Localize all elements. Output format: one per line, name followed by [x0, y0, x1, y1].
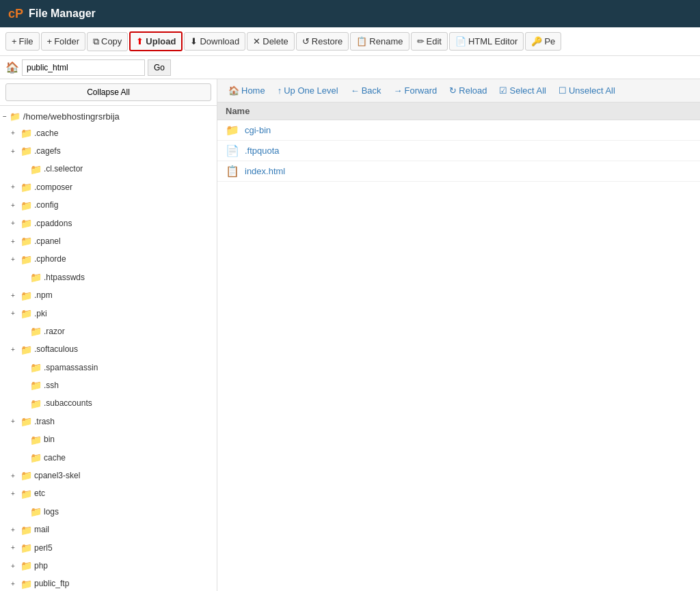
sidebar-item-spamassassin[interactable]: 📁 .spamassassin: [0, 359, 217, 376]
home-nav-button[interactable]: 🏠 Home: [223, 83, 271, 98]
up-one-level-button[interactable]: ↑ Up One Level: [272, 83, 344, 98]
toggle-icon: +: [11, 542, 21, 553]
content-navbar: 🏠 Home ↑ Up One Level ← Back → Forward ↻: [217, 79, 700, 102]
rename-button[interactable]: 📋 Rename: [350, 32, 409, 51]
sidebar-item-etc[interactable]: + 📁 etc: [0, 485, 217, 503]
delete-button[interactable]: ✕ Delete: [247, 32, 295, 51]
sidebar-item-pki[interactable]: + 📁 .pki: [0, 305, 217, 322]
item-label: .config: [34, 199, 58, 212]
sidebar-item-htpasswds[interactable]: 📁 .htpasswds: [0, 269, 217, 286]
sidebar-item-softaculous[interactable]: + 📁 .softaculous: [0, 341, 217, 359]
html-editor-button[interactable]: 📄 HTML Editor: [449, 32, 524, 51]
folder-button[interactable]: + Folder: [41, 32, 85, 51]
cpanel-logo: cP: [8, 7, 23, 21]
file-button[interactable]: + File: [5, 32, 40, 51]
reload-button[interactable]: ↻ Reload: [444, 83, 492, 98]
item-label: .cpanel: [34, 235, 61, 248]
sidebar-item-composer[interactable]: + 📁 .composer: [0, 178, 217, 196]
sidebar: Collapse All − 📁 /home/webhostingrsrbija…: [0, 79, 217, 591]
sidebar-item-cache2[interactable]: 📁 cache: [0, 449, 217, 467]
sidebar-item-cl-selector[interactable]: 📁 .cl.selector: [0, 161, 217, 178]
sidebar-item-cpanel3-skel[interactable]: + 📁 cpanel3-skel: [0, 467, 217, 484]
file-row-index-html[interactable]: 📋 index.html: [217, 161, 700, 182]
item-label: bin: [44, 433, 55, 446]
restore-button[interactable]: ↺ Restore: [296, 32, 349, 51]
folder-icon: 📁: [30, 396, 42, 411]
toggle-icon: +: [11, 471, 21, 482]
sidebar-item-config[interactable]: + 📁 .config: [0, 197, 217, 215]
toggle-icon: +: [11, 561, 21, 572]
address-input[interactable]: [22, 59, 145, 76]
toggle-icon: +: [11, 579, 21, 590]
file-row-ftpquota[interactable]: 📄 .ftpquota: [217, 141, 700, 161]
app-title: File Manager: [29, 8, 96, 20]
download-button[interactable]: ⬇ Download: [184, 32, 245, 51]
copy-button[interactable]: ⧉ Copy: [87, 32, 128, 51]
folder-icon: 📁: [21, 577, 32, 591]
select-all-button[interactable]: ☑ Select All: [494, 83, 551, 98]
upload-icon: ⬆: [136, 36, 144, 46]
sidebar-item-ssh[interactable]: 📁 .ssh: [0, 376, 217, 394]
folder-icon: 📁: [21, 288, 32, 303]
sidebar-item-cpaddons[interactable]: + 📁 .cpaddons: [0, 215, 217, 232]
folder-icon: 📁: [21, 468, 32, 483]
sidebar-item-bin[interactable]: 📁 bin: [0, 431, 217, 449]
item-label: .htpasswds: [44, 271, 85, 284]
root-folder-icon: 📁: [10, 111, 21, 122]
sidebar-item-trash[interactable]: + 📁 .trash: [0, 413, 217, 430]
permissions-button[interactable]: 🔑 Pe: [525, 32, 561, 51]
select-all-icon: ☑: [499, 85, 507, 96]
forward-button[interactable]: → Forward: [388, 83, 443, 98]
file-row-cgi-bin[interactable]: 📁 cgi-bin: [217, 120, 700, 141]
minus-icon: −: [3, 113, 7, 120]
folder-icon: 📁: [30, 324, 42, 339]
file-html-icon: 📋: [226, 165, 239, 178]
folder-icon: 📁: [21, 558, 32, 573]
sidebar-item-razor[interactable]: 📁 .razor: [0, 322, 217, 340]
item-label: .razor: [44, 325, 65, 338]
folder-icon: 📁: [21, 306, 32, 321]
unselect-all-icon: ☐: [558, 85, 567, 96]
item-label: cache: [44, 452, 66, 465]
restore-icon: ↺: [302, 36, 310, 46]
folder-icon: 📁: [21, 486, 32, 501]
item-label: .composer: [34, 181, 72, 194]
folder-icon: 📁: [30, 162, 42, 177]
sidebar-item-public-ftp[interactable]: + 📁 public_ftp: [0, 575, 217, 591]
sidebar-item-cpanel[interactable]: + 📁 .cpanel: [0, 232, 217, 250]
sidebar-item-cache[interactable]: + 📁 .cache: [0, 124, 217, 142]
item-label: php: [34, 560, 48, 573]
toggle-icon: +: [11, 236, 21, 247]
folder-icon: 📁: [30, 378, 42, 393]
folder-icon: 📁: [21, 180, 32, 195]
delete-icon: ✕: [253, 36, 260, 46]
sidebar-item-php[interactable]: + 📁 php: [0, 557, 217, 575]
item-label: etc: [34, 487, 45, 500]
folder-icon: 📁: [21, 198, 32, 213]
folder-icon: 📁: [21, 342, 32, 357]
back-button[interactable]: ← Back: [345, 83, 387, 98]
item-label: .cl.selector: [44, 163, 83, 176]
toggle-icon: +: [11, 254, 21, 265]
go-button[interactable]: Go: [148, 59, 171, 76]
sidebar-item-subaccounts[interactable]: 📁 .subaccounts: [0, 395, 217, 413]
addressbar: 🏠 Go: [0, 56, 700, 79]
item-label: .softaculous: [34, 343, 78, 356]
rename-icon: 📋: [356, 36, 367, 46]
forward-icon: →: [394, 85, 403, 96]
collapse-all-button[interactable]: Collapse All: [5, 83, 211, 101]
reload-icon: ↻: [449, 85, 457, 96]
sidebar-item-logs[interactable]: 📁 logs: [0, 503, 217, 521]
edit-icon: ✏: [417, 36, 425, 46]
toggle-icon: +: [11, 182, 21, 193]
sidebar-item-npm[interactable]: + 📁 .npm: [0, 287, 217, 305]
item-label: .cache: [34, 127, 58, 140]
upload-button[interactable]: ⬆ Upload: [129, 31, 183, 51]
sidebar-item-cphorde[interactable]: + 📁 .cphorde: [0, 251, 217, 269]
unselect-all-button[interactable]: ☐ Unselect All: [553, 83, 621, 98]
sidebar-item-perl5[interactable]: + 📁 perl5: [0, 539, 217, 557]
edit-button[interactable]: ✏ Edit: [411, 32, 448, 51]
sidebar-item-mail[interactable]: + 📁 mail: [0, 521, 217, 539]
sidebar-item-cagefs[interactable]: + 📁 .cagefs: [0, 142, 217, 160]
item-label: cpanel3-skel: [34, 469, 80, 482]
